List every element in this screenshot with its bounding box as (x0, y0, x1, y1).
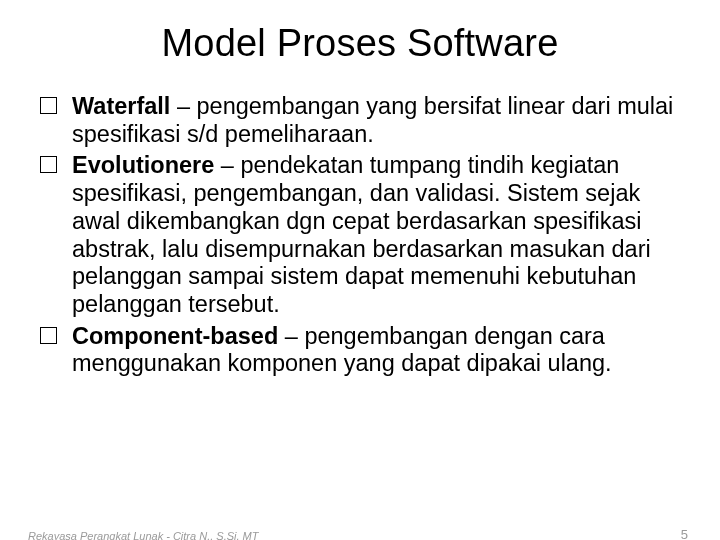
term: Component-based (72, 323, 278, 349)
term: Evolutionere (72, 152, 214, 178)
list-item: Waterfall – pengembangan yang bersifat l… (40, 93, 688, 148)
slide: Model Proses Software Waterfall – pengem… (0, 22, 720, 540)
square-bullet-icon (40, 97, 57, 114)
term: Waterfall (72, 93, 170, 119)
square-bullet-icon (40, 327, 57, 344)
body-text: Waterfall – pengembangan yang bersifat l… (0, 93, 720, 378)
list-item: Evolutionere – pendekatan tumpang tindih… (40, 152, 688, 318)
page-number: 5 (681, 527, 688, 540)
list-item: Component-based – pengembangan dengan ca… (40, 323, 688, 378)
page-title: Model Proses Software (0, 22, 720, 65)
footer-credit: Rekayasa Perangkat Lunak - Citra N., S.S… (28, 530, 258, 540)
square-bullet-icon (40, 156, 57, 173)
